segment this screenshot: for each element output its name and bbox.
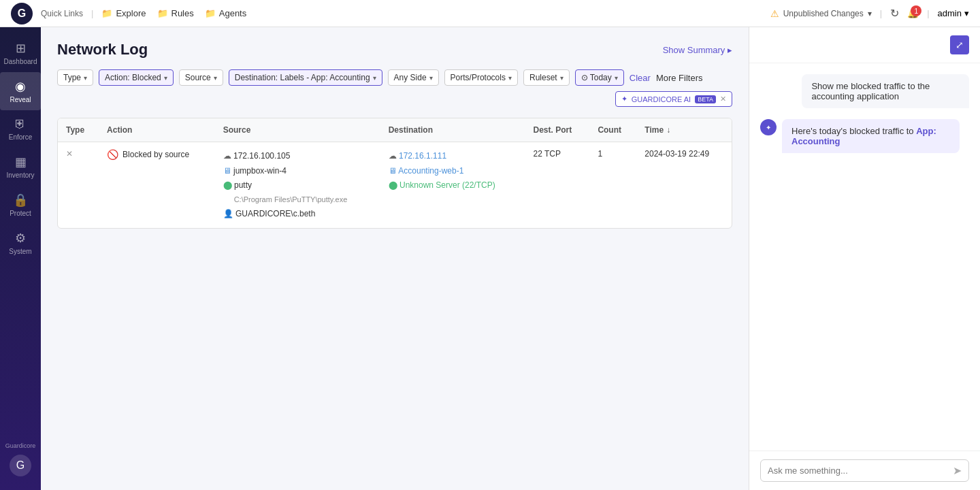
dashboard-icon: ⊞ xyxy=(16,41,26,56)
col-count: Count xyxy=(589,118,636,142)
nav-rules[interactable]: 📁 Rules xyxy=(157,8,194,18)
ai-expand-button[interactable]: ⤢ xyxy=(950,35,969,54)
user-icon: 👤 xyxy=(223,209,233,218)
page-title: Network Log xyxy=(57,41,148,59)
notifications-button[interactable]: 🔔 1 xyxy=(907,8,919,18)
inventory-icon: ▦ xyxy=(15,154,27,169)
show-summary-button[interactable]: Show Summary ▸ xyxy=(663,45,732,55)
network-log-table: Type Action Source Destination Dest. Por… xyxy=(57,118,732,229)
cell-count: 1 xyxy=(589,142,636,229)
filter-destination[interactable]: Destination: Labels - App: Accounting ▾ xyxy=(229,69,382,86)
sidebar-item-enforce[interactable]: ⛨ Enforce xyxy=(0,110,41,148)
filter-today[interactable]: ⊙ Today ▾ xyxy=(575,69,624,86)
unknown-server-icon: ⬤ xyxy=(389,180,397,190)
blocked-icon: 🚫 xyxy=(107,149,118,160)
table: Type Action Source Destination Dest. Por… xyxy=(58,118,732,228)
filter-source[interactable]: Source ▾ xyxy=(179,69,223,86)
ai-user-bubble: Show me blocked traffic to the accountin… xyxy=(802,74,969,108)
admin-menu-button[interactable]: admin ▾ xyxy=(938,8,969,18)
ai-input-row: ➤ xyxy=(760,459,969,482)
today-chevron-icon: ▾ xyxy=(615,74,618,82)
explore-icon: 📁 xyxy=(101,8,112,18)
topnav-vertical-divider: | xyxy=(880,8,882,18)
ai-input[interactable] xyxy=(768,466,947,476)
destination-chevron-icon: ▾ xyxy=(373,74,376,82)
nav-explore[interactable]: 📁 Explore xyxy=(101,8,146,18)
sidebar-item-inventory[interactable]: ▦ Inventory xyxy=(0,148,41,186)
ai-avatar: ✦ xyxy=(760,119,777,135)
sidebar-bottom: Guardicore G xyxy=(3,436,39,483)
ai-chip-icon: ✦ xyxy=(621,95,627,103)
main-content: Network Log Show Summary ▸ Type ▾ Action… xyxy=(41,27,749,490)
col-source: Source xyxy=(215,118,380,142)
topnav-right: ⚠ Unpublished Changes ▾ | ↻ 🔔 1 | admin … xyxy=(770,7,969,20)
col-destination: Destination xyxy=(380,118,525,142)
dest-cloud-icon: ☁ xyxy=(389,151,397,161)
process-icon: ⬤ xyxy=(223,180,232,190)
col-dest-port: Dest. Port xyxy=(525,118,590,142)
filter-any-side[interactable]: Any Side ▾ xyxy=(388,69,439,86)
col-type: Type xyxy=(58,118,99,142)
protect-icon: 🔒 xyxy=(13,193,28,208)
nav-agents[interactable]: 📁 Agents xyxy=(205,8,246,18)
quick-links-label: Quick Links xyxy=(41,9,83,18)
main-layout: ⊞ Dashboard ◉ Reveal ⛨ Enforce ▦ Invento… xyxy=(0,27,980,490)
cell-source: ☁ 172.16.100.105 🖥 jumpbox-win-4 ⬤ putty xyxy=(215,142,380,229)
col-time[interactable]: Time ↓ xyxy=(636,118,732,142)
page-header: Network Log Show Summary ▸ xyxy=(57,41,732,59)
enforce-icon: ⛨ xyxy=(14,117,27,131)
ai-panel-footer: ➤ xyxy=(749,451,980,490)
table-body: ✕ 🚫 Blocked by source ☁ xyxy=(58,142,732,229)
nav-logo: G xyxy=(11,3,33,24)
sidebar-item-protect[interactable]: 🔒 Protect xyxy=(0,186,41,224)
action-chevron-icon: ▾ xyxy=(164,74,167,82)
cell-destination: ☁ 172.16.1.111 🖥 Accounting-web-1 ⬤ Unkn… xyxy=(380,142,525,229)
filter-ports-protocols[interactable]: Ports/Protocols ▾ xyxy=(444,69,518,86)
reveal-icon: ◉ xyxy=(15,79,26,94)
sidebar: ⊞ Dashboard ◉ Reveal ⛨ Enforce ▦ Invento… xyxy=(0,27,41,490)
ai-panel: ⤢ Show me blocked traffic to the account… xyxy=(749,27,980,490)
table-header: Type Action Source Destination Dest. Por… xyxy=(58,118,732,142)
ai-send-button[interactable]: ➤ xyxy=(953,464,962,477)
notification-badge: 1 xyxy=(911,5,921,16)
sidebar-item-reveal[interactable]: ◉ Reveal xyxy=(0,72,41,110)
ruleset-chevron-icon: ▾ xyxy=(560,74,564,82)
col-action: Action xyxy=(99,118,215,142)
filter-ruleset[interactable]: Ruleset ▾ xyxy=(523,69,570,86)
sort-icon: ↓ xyxy=(666,125,670,135)
topnav: G Quick Links | 📁 Explore 📁 Rules 📁 Agen… xyxy=(0,0,980,27)
agents-icon: 📁 xyxy=(205,8,216,18)
cloud-icon: ☁ xyxy=(223,151,231,161)
table-row: ✕ 🚫 Blocked by source ☁ xyxy=(58,142,732,229)
clear-filters-button[interactable]: Clear xyxy=(630,73,651,83)
send-icon: ➤ xyxy=(953,465,962,476)
sidebar-item-system[interactable]: ⚙ System xyxy=(0,224,41,262)
cell-type: ✕ xyxy=(58,142,99,229)
sidebar-item-dashboard[interactable]: ⊞ Dashboard xyxy=(0,34,41,72)
filter-action[interactable]: Action: Blocked ▾ xyxy=(99,69,174,86)
more-filters-button[interactable]: More Filters xyxy=(656,73,703,83)
dest-vm-icon: 🖥 xyxy=(389,166,397,176)
ai-bot-message: ✦ Here's today's blocked traffic to App:… xyxy=(760,119,969,153)
cell-dest-port: 22 TCP xyxy=(525,142,590,229)
unpublished-changes-button[interactable]: ⚠ Unpublished Changes ▾ xyxy=(770,8,872,19)
ai-chip-close-icon: ✕ xyxy=(720,95,726,103)
admin-chevron-icon: ▾ xyxy=(964,8,969,18)
nav-divider: | xyxy=(91,8,93,18)
sidebar-brand-label: Guardicore xyxy=(3,442,39,449)
ports-chevron-icon: ▾ xyxy=(508,74,512,82)
source-chevron-icon: ▾ xyxy=(214,74,217,82)
ai-panel-header: ⤢ xyxy=(749,27,980,63)
cell-time: 2024-03-19 22:49 xyxy=(636,142,732,229)
row-close-icon[interactable]: ✕ xyxy=(66,149,73,159)
ai-panel-body: Show me blocked traffic to the accountin… xyxy=(749,63,980,451)
cell-action: 🚫 Blocked by source xyxy=(99,142,215,229)
ai-bot-bubble: Here's today's blocked traffic to App: A… xyxy=(782,119,960,153)
vm-icon: 🖥 xyxy=(223,166,231,176)
refresh-button[interactable]: ↻ xyxy=(890,7,899,20)
filter-type[interactable]: Type ▾ xyxy=(57,69,93,86)
type-chevron-icon: ▾ xyxy=(84,74,87,82)
ai-chip[interactable]: ✦ GUARDICORE AI BETA ✕ xyxy=(615,91,732,107)
sidebar-brand-icon[interactable]: G xyxy=(10,455,31,476)
beta-badge: BETA xyxy=(695,95,716,103)
